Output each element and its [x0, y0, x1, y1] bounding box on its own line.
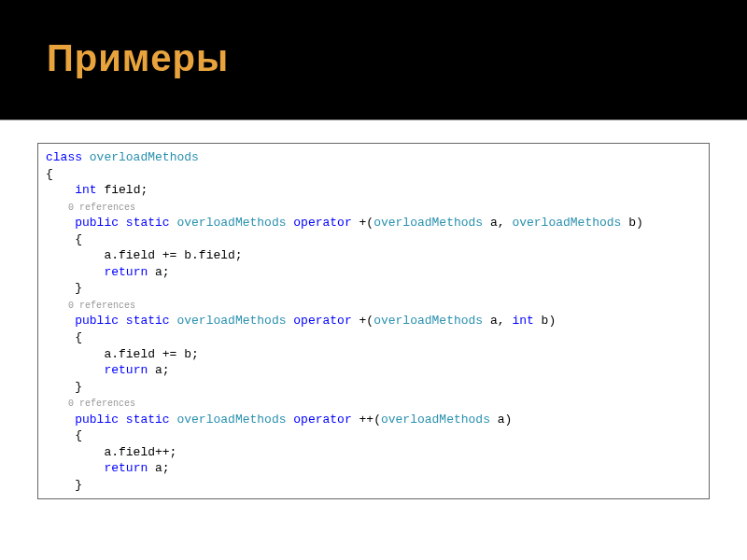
content-area: class overloadMethods { int field; 0 ref…: [0, 120, 747, 509]
keyword-return: return: [104, 461, 148, 475]
assign-line: a.field += b.field;: [46, 248, 243, 262]
brace-open: {: [46, 167, 53, 181]
keyword-return: return: [104, 265, 148, 279]
keyword-operator: operator: [293, 413, 351, 427]
brace: {: [46, 232, 82, 246]
return-type: overloadMethods: [176, 413, 286, 427]
brace: {: [46, 330, 82, 344]
keyword-public: public: [75, 216, 119, 230]
indent: [46, 265, 104, 279]
param-type: overloadMethods: [512, 216, 621, 230]
indent: [46, 413, 75, 427]
keyword-int: int: [512, 314, 533, 328]
param-a: a,: [483, 314, 512, 328]
keyword-static: static: [126, 216, 170, 230]
param-a: a,: [483, 216, 512, 230]
return-a: a;: [148, 363, 169, 377]
codelens-refs: 0 references: [46, 301, 135, 311]
return-type: overloadMethods: [176, 216, 286, 230]
param-type: overloadMethods: [374, 314, 483, 328]
codelens-refs: 0 references: [46, 399, 135, 409]
op-plus: +(: [352, 314, 374, 328]
brace: }: [46, 380, 82, 394]
keyword-public: public: [75, 314, 119, 328]
indent: [46, 363, 104, 377]
return-a: a;: [148, 265, 169, 279]
indent: [46, 183, 75, 197]
keyword-operator: operator: [293, 216, 351, 230]
keyword-static: static: [126, 413, 170, 427]
slide-header: Примеры: [0, 0, 747, 119]
keyword-static: static: [126, 314, 170, 328]
return-type: overloadMethods: [176, 314, 286, 328]
indent: [46, 314, 75, 328]
keyword-return: return: [104, 363, 148, 377]
indent: [46, 461, 104, 475]
indent: [46, 216, 75, 230]
param-type: overloadMethods: [381, 413, 490, 427]
keyword-int: int: [75, 183, 96, 197]
keyword-class: class: [46, 150, 82, 164]
brace: }: [46, 478, 82, 492]
op-plus: +(: [352, 216, 374, 230]
return-a: a;: [148, 461, 169, 475]
class-name: overloadMethods: [82, 150, 199, 164]
param-end: a): [490, 413, 512, 427]
param-end: b): [621, 216, 642, 230]
codelens-refs: 0 references: [46, 203, 135, 213]
brace: {: [46, 428, 82, 442]
slide-title: Примеры: [47, 37, 700, 79]
field-decl: field;: [97, 183, 148, 197]
inc-line: a.field++;: [46, 445, 176, 459]
keyword-operator: operator: [293, 314, 351, 328]
code-box: class overloadMethods { int field; 0 ref…: [37, 143, 710, 499]
param-type: overloadMethods: [374, 216, 483, 230]
op-inc: ++(: [352, 413, 381, 427]
keyword-public: public: [75, 413, 119, 427]
param-end: b): [534, 314, 556, 328]
brace: }: [46, 281, 82, 295]
assign-line: a.field += b;: [46, 347, 199, 361]
